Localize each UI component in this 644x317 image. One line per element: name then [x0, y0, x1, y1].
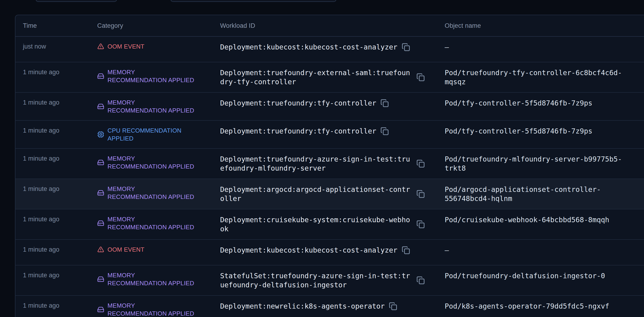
category-icon: [97, 276, 104, 283]
table-row[interactable]: 1 minute ago OOM EVENT: [16, 239, 644, 265]
workload-id-text: Deployment:cruisekube-system:cruisekube-…: [220, 215, 412, 233]
object-name-cell: Pod/argocd-applicationset-controller-556…: [445, 179, 644, 209]
table-row[interactable]: 1 minute ago CPU RECOMMENDATION APPLIED: [16, 120, 644, 148]
category-label: CPU RECOMMENDATION APPLIED: [108, 126, 195, 142]
workload-id-cell: StatefulSet:truefoundry-azure-sign-in-te…: [220, 265, 445, 295]
category-cell: MEMORY RECOMMENDATION APPLIED: [97, 296, 220, 317]
category-cell: OOM EVENT: [97, 240, 220, 265]
event-time: 1 minute ago: [23, 216, 59, 223]
copy-icon: [402, 43, 410, 51]
hard-drive-icon: [97, 306, 104, 313]
copy-icon: [416, 220, 425, 229]
object-name-cell: Pod/truefoundry-mlfoundry-server-b99775b…: [445, 149, 644, 179]
copy-button[interactable]: [380, 127, 389, 135]
category-label: MEMORY RECOMMENDATION APPLIED: [108, 185, 195, 201]
event-time: 1 minute ago: [23, 185, 59, 192]
category-cell: CPU RECOMMENDATION APPLIED: [97, 121, 220, 148]
table-row[interactable]: 1 minute ago MEMORY RECOMMENDATION APPLI…: [16, 92, 644, 120]
copy-icon: [380, 99, 389, 107]
copy-button[interactable]: [416, 276, 425, 285]
time-cell: 1 minute ago: [23, 121, 97, 148]
hard-drive-icon: [97, 159, 104, 166]
copy-button[interactable]: [402, 246, 410, 255]
copy-button[interactable]: [416, 73, 425, 81]
workload-id-cell: Deployment:truefoundry:tfy-controller: [220, 121, 445, 148]
table-row[interactable]: 1 minute ago MEMORY RECOMMENDATION APPLI…: [16, 148, 644, 179]
category-label: MEMORY RECOMMENDATION APPLIED: [108, 302, 195, 317]
object-name-text: Pod/truefoundry-tfy-controller-6c8bcf4c6…: [445, 68, 640, 86]
category-cell: MEMORY RECOMMENDATION APPLIED: [97, 179, 220, 209]
workload-id-text: Deployment:truefoundry:tfy-controller: [220, 126, 376, 136]
copy-button[interactable]: [416, 190, 425, 198]
category-cell: MEMORY RECOMMENDATION APPLIED: [97, 149, 220, 179]
category-icon: [97, 131, 104, 138]
object-name-cell: Pod/cruisekube-webhook-64bcbbd568-8mqqh: [445, 209, 644, 239]
alert-triangle-icon: [97, 246, 104, 253]
category-label: MEMORY RECOMMENDATION APPLIED: [108, 98, 195, 114]
object-name-text: Pod/k8s-agents-operator-79dd5fdc5-ngxvf: [445, 302, 640, 311]
category-cell: MEMORY RECOMMENDATION APPLIED: [97, 93, 220, 120]
table-row[interactable]: just now OOM EVENT D: [16, 37, 644, 62]
column-header-category: Category: [97, 22, 220, 29]
events-table-card: Time Category Workload ID Object name ju…: [15, 15, 644, 317]
hard-drive-icon: [97, 220, 104, 227]
category-cell: MEMORY RECOMMENDATION APPLIED: [97, 62, 220, 92]
copy-icon: [380, 127, 389, 135]
copy-icon: [402, 246, 410, 255]
copy-icon: [389, 302, 397, 311]
table-row[interactable]: 1 minute ago MEMORY RECOMMENDATION APPLI…: [16, 295, 644, 317]
category-icon: [97, 220, 104, 227]
object-name-text: Pod/argocd-applicationset-controller-556…: [445, 185, 640, 203]
table-header-row: Time Category Workload ID Object name: [16, 15, 644, 37]
object-name-text: Pod/truefoundry-mlfoundry-server-b99775b…: [445, 155, 640, 173]
copy-button[interactable]: [416, 159, 425, 168]
object-name-text: –: [445, 42, 640, 52]
category-label: OOM EVENT: [108, 246, 144, 254]
object-name-cell: Pod/truefoundry-tfy-controller-6c8bcf4c6…: [445, 62, 644, 92]
category-label: MEMORY RECOMMENDATION APPLIED: [108, 155, 195, 170]
table-row[interactable]: 1 minute ago MEMORY RECOMMENDATION APPLI…: [16, 62, 644, 92]
copy-button[interactable]: [416, 220, 425, 229]
time-cell: 1 minute ago: [23, 149, 97, 179]
object-name-text: Pod/cruisekube-webhook-64bcbbd568-8mqqh: [445, 215, 640, 224]
workload-id-cell: Deployment:kubecost:kubecost-cost-analyz…: [220, 240, 445, 265]
time-cell: 1 minute ago: [23, 265, 97, 295]
hard-drive-icon: [97, 276, 104, 283]
event-time: 1 minute ago: [23, 99, 59, 106]
column-header-object-name: Object name: [445, 22, 644, 29]
time-cell: 1 minute ago: [23, 240, 97, 265]
hard-drive-icon: [97, 103, 104, 110]
object-name-text: Pod/tfy-controller-5f5d8746fb-7z9ps: [445, 126, 640, 136]
table-row[interactable]: 1 minute ago MEMORY RECOMMENDATION APPLI…: [16, 209, 644, 239]
hard-drive-icon: [97, 73, 104, 80]
category-label: OOM EVENT: [108, 42, 144, 50]
cropped-input-fragment[interactable]: [36, 0, 117, 2]
category-cell: OOM EVENT: [97, 37, 220, 62]
event-time: 1 minute ago: [23, 155, 59, 162]
copy-button[interactable]: [380, 99, 389, 107]
time-cell: 1 minute ago: [23, 93, 97, 120]
cropped-input-fragment[interactable]: [170, 0, 336, 2]
copy-button[interactable]: [402, 43, 410, 51]
category-icon: [97, 189, 104, 196]
object-name-text: –: [445, 246, 640, 255]
workload-id-text: Deployment:truefoundry-external-saml:tru…: [220, 68, 412, 86]
category-icon: [97, 159, 104, 166]
category-label: MEMORY RECOMMENDATION APPLIED: [108, 271, 195, 287]
category-icon: [97, 73, 104, 80]
workload-id-cell: Deployment:truefoundry-external-saml:tru…: [220, 62, 445, 92]
category-icon: [97, 306, 104, 313]
table-row[interactable]: 1 minute ago MEMORY RECOMMENDATION APPLI…: [16, 265, 644, 295]
workload-id-cell: Deployment:kubecost:kubecost-cost-analyz…: [220, 37, 445, 62]
copy-button[interactable]: [389, 302, 397, 311]
category-label: MEMORY RECOMMENDATION APPLIED: [108, 68, 195, 84]
object-name-cell: Pod/tfy-controller-5f5d8746fb-7z9ps: [445, 93, 644, 120]
workload-id-text: Deployment:truefoundry:tfy-controller: [220, 98, 376, 108]
event-time: 1 minute ago: [23, 246, 59, 253]
cpu-icon: [97, 131, 104, 138]
event-time: just now: [23, 43, 46, 50]
workload-id-text: Deployment:truefoundry-azure-sign-in-tes…: [220, 155, 412, 173]
table-row[interactable]: 1 minute ago MEMORY RECOMMENDATION APPLI…: [16, 179, 644, 209]
category-cell: MEMORY RECOMMENDATION APPLIED: [97, 209, 220, 239]
category-cell: MEMORY RECOMMENDATION APPLIED: [97, 265, 220, 295]
